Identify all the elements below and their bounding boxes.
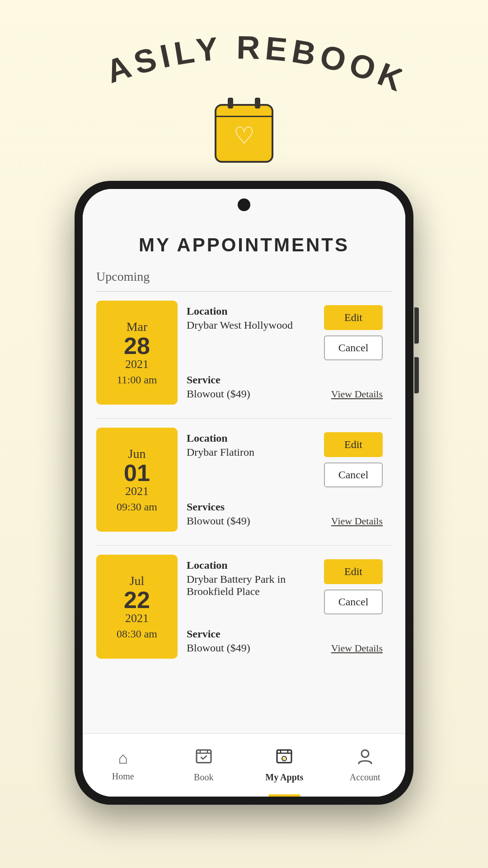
nav-label-home: Home <box>112 771 134 782</box>
card-divider-2 <box>96 545 392 546</box>
card-bottom-3: Service Blowout ($49) View Details <box>187 628 383 654</box>
card-bottom-1: Service Blowout ($49) View Details <box>187 374 383 400</box>
date-block-2: Jun 01 2021 09:30 am <box>96 428 178 532</box>
card-info-3: Location Drybar Battery Park in Brookfie… <box>187 559 317 598</box>
view-details-link-1[interactable]: View Details <box>331 388 383 400</box>
date-year-1: 2021 <box>125 358 149 371</box>
date-time-1: 11:00 am <box>117 374 157 386</box>
card-info-1: Location Drybar West Hollywood <box>187 305 317 331</box>
heart-icon: ♡ <box>234 122 255 149</box>
section-label: Upcoming <box>96 269 392 284</box>
phone-notch <box>83 189 405 221</box>
cancel-button-2[interactable]: Cancel <box>324 462 383 487</box>
card-details-2: Location Drybar Flatiron Edit Cancel Ser… <box>178 428 392 532</box>
edit-button-3[interactable]: Edit <box>324 559 383 584</box>
section-divider <box>96 291 392 292</box>
book-icon <box>196 748 212 769</box>
service-value-1: Blowout ($49) <box>187 388 331 400</box>
date-day-1: 28 <box>124 334 150 358</box>
card-buttons-2: Edit Cancel <box>324 432 383 487</box>
card-details-3: Location Drybar Battery Park in Brookfie… <box>178 555 392 659</box>
phone-mockup: MY APPOINTMENTS Upcoming Mar 28 2021 11:… <box>75 181 413 805</box>
card-buttons-1: Edit Cancel <box>324 305 383 360</box>
card-top-2: Location Drybar Flatiron Edit Cancel <box>187 432 383 487</box>
phone-screen: MY APPOINTMENTS Upcoming Mar 28 2021 11:… <box>83 189 405 797</box>
date-time-2: 09:30 am <box>117 501 157 513</box>
nav-item-account[interactable]: Account <box>325 734 406 797</box>
appointments-list[interactable]: Upcoming Mar 28 2021 11:00 am Location <box>83 265 405 733</box>
nav-label-my-appts: My Appts <box>265 772 303 783</box>
card-top-1: Location Drybar West Hollywood Edit Canc… <box>187 305 383 360</box>
date-year-2: 2021 <box>125 485 149 498</box>
camera-dot <box>238 198 250 211</box>
service-label-3: Service <box>187 628 331 640</box>
date-month-2: Jun <box>128 447 146 461</box>
date-time-3: 08:30 am <box>117 628 157 640</box>
location-label-2: Location <box>187 432 317 444</box>
table-row: Jun 01 2021 09:30 am Location Drybar Fla… <box>96 428 392 532</box>
location-value-3: Drybar Battery Park in Brookfield Place <box>187 573 317 598</box>
edit-button-2[interactable]: Edit <box>324 432 383 457</box>
service-value-3: Blowout ($49) <box>187 642 331 654</box>
service-label-2: Services <box>187 501 331 513</box>
my-appts-icon <box>276 748 292 769</box>
cancel-button-3[interactable]: Cancel <box>324 590 383 614</box>
card-info-2: Location Drybar Flatiron <box>187 432 317 458</box>
service-value-2: Blowout ($49) <box>187 515 331 527</box>
view-details-link-2[interactable]: View Details <box>331 515 383 527</box>
location-value-2: Drybar Flatiron <box>187 446 317 458</box>
edit-button-1[interactable]: Edit <box>324 305 383 330</box>
cancel-button-1[interactable]: Cancel <box>324 335 383 360</box>
date-month-1: Mar <box>127 320 148 334</box>
service-info-1: Service Blowout ($49) <box>187 374 331 400</box>
nav-item-book[interactable]: Book <box>164 734 244 797</box>
header-area: EASILY REBOOK ♡ <box>0 0 488 181</box>
card-divider-1 <box>96 418 392 419</box>
date-day-2: 01 <box>124 461 150 485</box>
nav-item-home[interactable]: ⌂ Home <box>83 734 164 797</box>
arc-title: EASILY REBOOK <box>86 36 402 99</box>
screen-content: MY APPOINTMENTS Upcoming Mar 28 2021 11:… <box>83 221 405 797</box>
location-label-3: Location <box>187 559 317 571</box>
nav-item-my-appts[interactable]: My Appts <box>244 734 325 797</box>
table-row: Jul 22 2021 08:30 am Location Drybar Bat… <box>96 555 392 659</box>
date-day-3: 22 <box>124 588 150 612</box>
date-block-1: Mar 28 2021 11:00 am <box>96 301 178 405</box>
svg-point-10 <box>361 750 369 757</box>
service-info-2: Services Blowout ($49) <box>187 501 331 527</box>
bottom-nav: ⌂ Home Book <box>83 733 405 797</box>
svg-text:EASILY REBOOK: EASILY REBOOK <box>86 36 402 99</box>
location-value-1: Drybar West Hollywood <box>187 319 317 331</box>
service-info-3: Service Blowout ($49) <box>187 628 331 654</box>
app-title: MY APPOINTMENTS <box>83 221 405 265</box>
nav-label-account: Account <box>350 772 380 783</box>
calendar-icon: ♡ <box>215 104 273 163</box>
card-buttons-3: Edit Cancel <box>324 559 383 614</box>
date-month-3: Jul <box>130 574 145 588</box>
view-details-link-3[interactable]: View Details <box>331 642 383 654</box>
location-label-1: Location <box>187 305 317 317</box>
svg-rect-1 <box>197 750 211 763</box>
card-bottom-2: Services Blowout ($49) View Details <box>187 501 383 527</box>
account-icon <box>357 748 373 769</box>
table-row: Mar 28 2021 11:00 am Location Drybar Wes… <box>96 301 392 405</box>
card-details-1: Location Drybar West Hollywood Edit Canc… <box>178 301 392 405</box>
home-icon: ⌂ <box>118 749 128 768</box>
service-label-1: Service <box>187 374 331 386</box>
date-block-3: Jul 22 2021 08:30 am <box>96 555 178 659</box>
date-year-3: 2021 <box>125 612 149 625</box>
nav-label-book: Book <box>194 772 213 783</box>
card-top-3: Location Drybar Battery Park in Brookfie… <box>187 559 383 614</box>
